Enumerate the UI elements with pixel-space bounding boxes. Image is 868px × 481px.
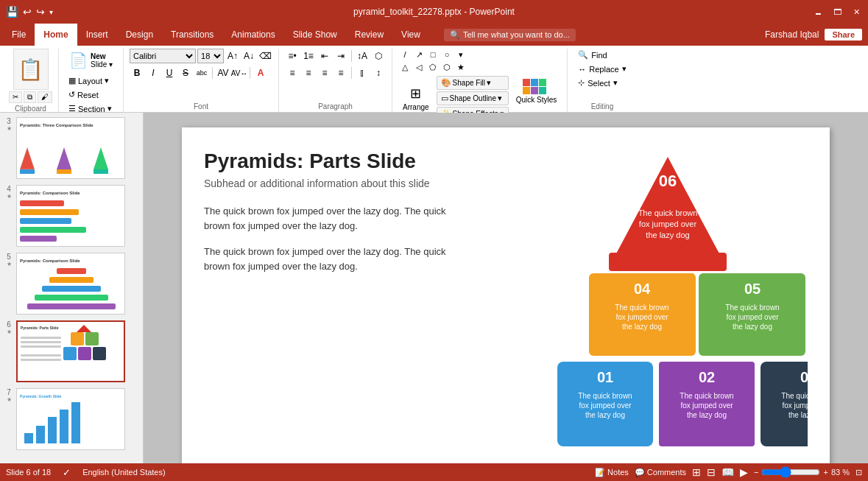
shape-oval[interactable]: ○: [440, 49, 454, 60]
tab-review[interactable]: Review: [346, 24, 392, 46]
svg-text:Pyramids: Parts Slide: Pyramids: Parts Slide: [21, 326, 59, 330]
comments-button[interactable]: 💬 Comments: [635, 468, 686, 477]
copy-button[interactable]: ⧉: [24, 91, 36, 103]
slide-panel[interactable]: 3 ★ Pyramids: Three Comparison Slide: [0, 113, 144, 463]
reset-button[interactable]: ↺ Reset: [65, 88, 116, 101]
tab-transitions[interactable]: Transitions: [162, 24, 222, 46]
bullets-button[interactable]: ≡•: [285, 49, 300, 63]
decrease-font-button[interactable]: A↓: [241, 49, 256, 63]
slide-thumb-7[interactable]: 7 ★ Pyramids: Growth Slide: [3, 387, 140, 452]
slide-body-2[interactable]: The quick brown fox jumped over the lazy…: [204, 245, 469, 273]
align-center-button[interactable]: ≡: [301, 66, 316, 80]
swatch4: [523, 87, 530, 94]
slide-thumb-6[interactable]: 6 ★ Pyramids: Parts Slide: [3, 319, 140, 384]
view-slideshow-button[interactable]: ▶: [740, 466, 748, 478]
text-shadow-button[interactable]: AV: [216, 66, 230, 80]
shape-more[interactable]: ▾: [454, 49, 467, 60]
increase-font-button[interactable]: A↑: [225, 49, 240, 63]
view-slide-sorter-button[interactable]: ⊟: [707, 466, 716, 478]
text-02-3: the lazy dog: [687, 411, 727, 419]
minimize-btn[interactable]: 🗕: [812, 6, 824, 18]
text-direction-button[interactable]: ↕A: [355, 49, 370, 63]
slide-scroll-area[interactable]: Pyramids: Parts Slide Subhead or additio…: [144, 113, 868, 463]
convert-to-smartart-button[interactable]: ⬡: [371, 49, 386, 63]
layout-button[interactable]: ▦ Layout ▾: [65, 74, 116, 87]
format-painter-button[interactable]: 🖌: [38, 91, 52, 103]
clear-format-button[interactable]: ⌫: [258, 49, 272, 63]
replace-button[interactable]: ↔ Replace ▾: [574, 63, 630, 75]
notes-button[interactable]: 📝 Notes: [595, 468, 629, 477]
status-right: 📝 Notes 💬 Comments ⊞ ⊟ 📖 ▶ − + 83 % ⊡: [595, 466, 862, 478]
font-color-button[interactable]: A: [253, 66, 268, 80]
tell-me-box[interactable]: 🔍 Tell me what you want to do...: [444, 29, 576, 41]
fit-page-button[interactable]: ⊡: [855, 468, 862, 477]
tab-view[interactable]: View: [392, 24, 429, 46]
shape-rect[interactable]: □: [426, 49, 440, 60]
drawing-content: / ↗ □ ○ ▾ △ ◁ ⬠ ⬡ ★ ⊞ Arrange: [398, 49, 561, 121]
decrease-indent-button[interactable]: ⇤: [317, 49, 332, 63]
tab-design[interactable]: Design: [117, 24, 162, 46]
tab-file[interactable]: File: [3, 24, 35, 46]
quick-access-more[interactable]: ▾: [49, 8, 53, 16]
increase-indent-button[interactable]: ⇥: [334, 49, 348, 63]
smallcaps-button[interactable]: abc: [194, 66, 209, 80]
shape-rtriangle[interactable]: ◁: [412, 61, 426, 73]
comments-label: Comments: [647, 468, 686, 477]
justify-button[interactable]: ≡: [334, 66, 348, 80]
shape-star[interactable]: ★: [454, 61, 467, 73]
zoom-in-button[interactable]: +: [823, 468, 828, 477]
line-spacing-button[interactable]: ↕: [371, 66, 386, 80]
zoom-out-button[interactable]: −: [754, 468, 758, 477]
bold-button[interactable]: B: [130, 66, 144, 80]
shape-fill-button[interactable]: 🎨 Shape Fill ▾: [437, 76, 509, 90]
cut-button[interactable]: ✂: [9, 91, 22, 103]
new-slide-button[interactable]: 📄 New Slide ▾: [65, 49, 117, 72]
share-button[interactable]: Share: [825, 29, 862, 41]
align-left-button[interactable]: ≡: [285, 66, 300, 80]
underline-button[interactable]: U: [162, 66, 177, 80]
font-row2: B I U S abc AV AV↔ A: [130, 66, 268, 80]
quick-styles-button[interactable]: Quick Styles: [512, 76, 562, 107]
find-button[interactable]: 🔍 Find: [574, 49, 611, 61]
shape-line[interactable]: /: [398, 49, 412, 60]
italic-button[interactable]: I: [146, 66, 160, 80]
select-button[interactable]: ⊹ Select ▾: [574, 77, 622, 89]
maximize-btn[interactable]: 🗖: [831, 6, 843, 18]
save-icon[interactable]: 💾: [6, 6, 18, 18]
shape-pentagon[interactable]: ⬠: [426, 61, 440, 73]
shape-outline-button[interactable]: ▭ Shape Outline ▾: [437, 91, 509, 105]
numbering-button[interactable]: 1≡: [301, 49, 316, 63]
text-06-3: the lazy dog: [646, 231, 689, 239]
paragraph-content: ≡• 1≡ ⇤ ⇥ ↕A ⬡ ≡ ≡ ≡ ≡ ⫿ ↕: [285, 49, 386, 101]
arrange-button[interactable]: ⊞ Arrange: [398, 82, 434, 114]
shape-triangle[interactable]: △: [398, 61, 412, 73]
view-reading-button[interactable]: 📖: [721, 466, 734, 478]
slide-thumb-4[interactable]: 4 ★ Pyramids: Comparison Slide: [3, 183, 140, 248]
undo-icon[interactable]: ↩: [23, 6, 32, 18]
tab-animations[interactable]: Animations: [222, 24, 283, 46]
strikethrough-button[interactable]: S: [178, 66, 193, 80]
tab-slideshow[interactable]: Slide Show: [284, 24, 346, 46]
tab-home[interactable]: Home: [35, 24, 77, 46]
close-btn[interactable]: ✕: [850, 6, 862, 18]
swatch6: [539, 87, 546, 94]
quick-styles-swatches: [523, 79, 549, 94]
columns-button[interactable]: ⫿: [355, 66, 370, 80]
arrange-icon: ⊞: [410, 85, 421, 102]
paste-button[interactable]: 📋: [13, 49, 49, 90]
shape-arrow[interactable]: ↗: [412, 49, 426, 60]
align-right-button[interactable]: ≡: [317, 66, 332, 80]
font-name-select[interactable]: Calibri: [130, 49, 196, 63]
shape-hexagon[interactable]: ⬡: [440, 61, 454, 73]
zoom-slider[interactable]: [761, 466, 820, 478]
view-normal-button[interactable]: ⊞: [692, 466, 701, 478]
font-size-select[interactable]: 18: [197, 49, 224, 63]
character-spacing-button[interactable]: AV↔: [232, 66, 247, 80]
tab-insert[interactable]: Insert: [77, 24, 117, 46]
slide-thumb-5[interactable]: 5 ★ Pyramids: Comparison Slide: [3, 251, 140, 316]
slide-thumb-3[interactable]: 3 ★ Pyramids: Three Comparison Slide: [3, 116, 140, 180]
slide-body-1[interactable]: The quick brown fox jumped over the lazy…: [204, 204, 469, 233]
drawing-group: / ↗ □ ○ ▾ △ ◁ ⬠ ⬡ ★ ⊞ Arrange: [392, 49, 568, 112]
redo-icon[interactable]: ↪: [36, 6, 45, 18]
spell-check-icon[interactable]: ✓: [63, 467, 71, 478]
